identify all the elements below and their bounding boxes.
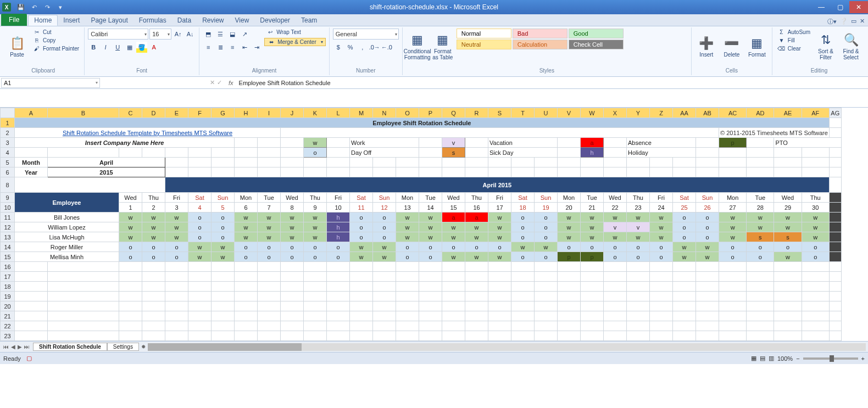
shift-0-4[interactable]: o [188, 213, 212, 222]
shift-0-23[interactable]: w [627, 213, 650, 222]
row-header-9[interactable]: 9 [1, 193, 15, 203]
shift-4-9[interactable]: o [304, 252, 327, 262]
col-header-D[interactable]: D [142, 108, 165, 118]
shift-2-12[interactable]: o [373, 232, 396, 242]
shift-0-6[interactable]: w [235, 213, 258, 222]
shift-0-28[interactable]: w [747, 213, 774, 222]
col-header-N[interactable]: N [373, 108, 396, 118]
font-size-select[interactable]: 16 [149, 29, 171, 40]
col-header-U[interactable]: U [535, 108, 558, 118]
col-header-W[interactable]: W [581, 108, 604, 118]
shift-1-9[interactable]: w [304, 222, 327, 232]
qat-undo-icon[interactable]: ↶ [29, 2, 40, 12]
row-header-23[interactable]: 23 [1, 331, 15, 341]
shift-3-19[interactable]: w [535, 242, 558, 252]
shift-1-22[interactable]: v [604, 222, 627, 232]
font-color-button[interactable]: A [148, 42, 159, 53]
employee-name-3[interactable]: Roger Miller [15, 242, 119, 252]
shift-0-25[interactable]: o [673, 213, 696, 222]
shift-0-1[interactable]: w [119, 213, 142, 222]
template-link[interactable]: Shift Rotation Schedule Template by Time… [15, 128, 281, 138]
shift-4-16[interactable]: w [465, 252, 488, 262]
col-header-A[interactable]: A [15, 108, 48, 118]
orientation-button[interactable]: ↗ [239, 29, 250, 40]
shift-2-9[interactable]: w [304, 232, 327, 242]
row-header-17[interactable]: 17 [1, 272, 15, 282]
shift-3-14[interactable]: o [419, 242, 442, 252]
clear-button[interactable]: ⌫Clear [776, 45, 812, 52]
row-header-20[interactable]: 20 [1, 301, 15, 311]
shift-4-10[interactable]: o [327, 252, 350, 262]
align-top-button[interactable]: ⬒ [203, 29, 214, 40]
col-header-S[interactable]: S [488, 108, 511, 118]
macro-record-icon[interactable]: ▢ [26, 355, 32, 362]
maximize-button[interactable]: ▢ [831, 1, 849, 13]
shift-2-20[interactable]: w [558, 232, 581, 242]
employee-name-1[interactable]: William Lopez [15, 222, 119, 232]
company-name[interactable]: Insert Company Name Here [15, 138, 235, 148]
shift-4-13[interactable]: o [396, 252, 419, 262]
col-header-AE[interactable]: AE [774, 108, 802, 118]
fx-icon[interactable]: fx [229, 80, 233, 86]
shift-2-30[interactable]: w [802, 232, 829, 242]
shift-4-5[interactable]: w [212, 252, 235, 262]
shift-2-8[interactable]: w [281, 232, 304, 242]
col-header-M[interactable]: M [350, 108, 373, 118]
shift-4-1[interactable]: o [119, 252, 142, 262]
col-header-B[interactable]: B [48, 108, 119, 118]
row-header-21[interactable]: 21 [1, 311, 15, 321]
shift-0-12[interactable]: o [373, 213, 396, 222]
col-header-V[interactable]: V [558, 108, 581, 118]
shift-4-14[interactable]: o [419, 252, 442, 262]
row-header-13[interactable]: 13 [1, 232, 15, 242]
employee-name-2[interactable]: Lisa McHugh [15, 232, 119, 242]
shift-2-7[interactable]: w [258, 232, 281, 242]
shift-1-7[interactable]: w [258, 222, 281, 232]
col-header-J[interactable]: J [281, 108, 304, 118]
col-header-L[interactable]: L [327, 108, 350, 118]
shift-3-20[interactable]: o [558, 242, 581, 252]
row-header-11[interactable]: 11 [1, 213, 15, 222]
style-calculation[interactable]: Calculation [513, 40, 567, 49]
dec-decimal-button[interactable]: ←.0 [381, 42, 392, 53]
col-header-F[interactable]: F [188, 108, 212, 118]
indent-dec-button[interactable]: ⇤ [239, 42, 250, 53]
shift-0-15[interactable]: a [442, 213, 465, 222]
shift-3-28[interactable]: o [747, 242, 774, 252]
row-header-16[interactable]: 16 [1, 262, 15, 272]
shift-3-4[interactable]: w [188, 242, 212, 252]
sheet-nav-next-icon[interactable]: ▶ [18, 344, 22, 350]
month-value[interactable]: April [48, 158, 165, 167]
tab-page-layout[interactable]: Page Layout [85, 15, 133, 26]
shift-4-15[interactable]: w [442, 252, 465, 262]
shift-1-13[interactable]: w [396, 222, 419, 232]
shift-4-18[interactable]: o [511, 252, 535, 262]
shift-3-26[interactable]: w [696, 242, 719, 252]
row-header-6[interactable]: 6 [1, 167, 15, 177]
italic-button[interactable]: I [100, 42, 111, 53]
align-right-button[interactable]: ≡ [227, 42, 238, 53]
shift-1-26[interactable]: o [696, 222, 719, 232]
shift-3-9[interactable]: o [304, 242, 327, 252]
shift-4-22[interactable]: o [604, 252, 627, 262]
row-header-12[interactable]: 12 [1, 222, 15, 232]
minimize-button[interactable]: — [812, 1, 831, 13]
view-layout-icon[interactable]: ▤ [760, 355, 765, 362]
col-header-AD[interactable]: AD [747, 108, 774, 118]
employee-name-4[interactable]: Mellisa Minh [15, 252, 119, 262]
font-face-select[interactable]: Calibri [88, 29, 148, 40]
sheet-nav-last-icon[interactable]: ⏭ [24, 344, 30, 350]
shift-3-3[interactable]: o [165, 242, 188, 252]
shift-3-15[interactable]: o [442, 242, 465, 252]
paste-button[interactable]: 📋 Paste [5, 29, 29, 65]
shift-0-8[interactable]: w [281, 213, 304, 222]
shift-2-3[interactable]: w [165, 232, 188, 242]
shift-1-29[interactable]: w [774, 222, 802, 232]
fill-button[interactable]: ▼Fill [776, 37, 812, 44]
shift-2-17[interactable]: w [488, 232, 511, 242]
col-header-H[interactable]: H [235, 108, 258, 118]
style-normal[interactable]: Normal [457, 29, 511, 38]
tab-team[interactable]: Team [296, 15, 322, 26]
shift-3-25[interactable]: w [673, 242, 696, 252]
tab-developer[interactable]: Developer [254, 15, 296, 26]
